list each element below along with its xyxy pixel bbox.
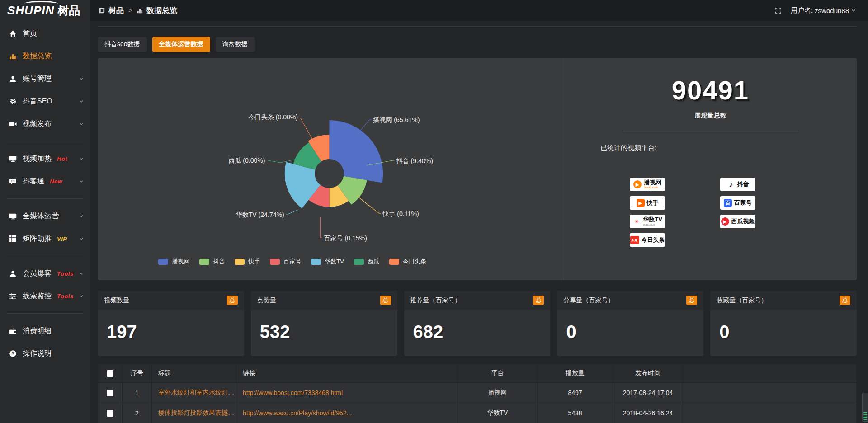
legend-item[interactable]: 西瓜	[354, 258, 379, 266]
row-checkbox[interactable]	[107, 390, 113, 396]
baijiahao-logo: 百	[724, 199, 732, 207]
pie-chart-svg: 播视网 (65.61%)抖音 (9.40%)快手 (0.11%)百家号 (0.1…	[98, 58, 564, 280]
sidebar-item[interactable]	[7, 256, 83, 256]
platform-name: 播视网	[644, 179, 661, 186]
chart-panel: 播视网 (65.61%)抖音 (9.40%)快手 (0.11%)百家号 (0.1…	[98, 58, 857, 280]
pie-slice-播视网[interactable]	[329, 120, 383, 183]
breadcrumb-current[interactable]: 数据总览	[146, 5, 177, 16]
cell-no: 2	[123, 403, 152, 423]
column-platform: 平台	[458, 364, 538, 383]
sidebar-item[interactable]	[7, 141, 83, 141]
total-impressions-label: 展现量总数	[564, 112, 857, 120]
legend-item[interactable]: 华数TV	[311, 258, 344, 266]
pie-label-今日头条: 今日头条 (0.00%)	[248, 113, 298, 121]
top-bar: SHUPIN 树品 树品 > 数据总览 用户名: zswodun88	[0, 0, 868, 21]
sidebar-item[interactable]: 视频发布	[0, 113, 90, 135]
chart-legend: 播视网 抖音 快手 百家号 华数TV	[98, 258, 487, 266]
kuaishou-logo: ▶	[637, 199, 645, 207]
sidebar-item-label: 线索监控	[23, 291, 52, 301]
cell-title[interactable]: 楼体投影灯投影效果震撼上市	[152, 403, 236, 423]
legend-swatch	[235, 259, 245, 265]
sidebar-item[interactable]: 抖客通 New	[0, 170, 90, 193]
legend-label: 西瓜	[368, 258, 379, 266]
sidebar-item[interactable]	[7, 198, 83, 199]
legend-item[interactable]: 百家号	[270, 258, 301, 266]
legend-swatch	[270, 259, 280, 265]
column-time: 发布时间	[613, 364, 683, 383]
sidebar-item[interactable]: 线索监控 Tools	[0, 285, 90, 307]
total-toggle-badge[interactable]: 总	[686, 296, 697, 305]
legend-item[interactable]: 抖音	[199, 258, 225, 266]
legend-item[interactable]: 快手	[235, 258, 260, 266]
column-plays: 播放量	[538, 364, 613, 383]
pie-label-line-西瓜	[268, 159, 297, 163]
video-camera-icon	[9, 120, 17, 128]
sidebar-item[interactable]: 全媒体运营	[0, 205, 90, 227]
boosj-logo: ▶	[633, 180, 642, 188]
select-all-checkbox[interactable]	[107, 370, 113, 377]
sidebar-item[interactable]: 会员爆客 Tools	[0, 262, 90, 285]
chevron-down-icon	[79, 156, 84, 161]
floating-service-widget[interactable]	[862, 393, 868, 422]
cell-link[interactable]: http://www.boosj.com/7338468.html	[236, 383, 458, 403]
stat-card: 推荐量（百家号） 总 682	[404, 291, 551, 356]
stat-card-value: 197	[98, 310, 244, 353]
sidebar-item[interactable]: 首页	[0, 22, 90, 45]
sidebar-item[interactable]: 抖音SEO	[0, 90, 90, 113]
row-checkbox[interactable]	[107, 410, 113, 417]
stat-card-label: 点赞量	[257, 296, 276, 305]
cell-link[interactable]: http://www.wasu.cn/Play/show/id/952...	[236, 403, 458, 423]
tab[interactable]: 全媒体运营数据	[152, 37, 210, 52]
stat-card-label: 分享量（百家号）	[563, 296, 614, 305]
stat-card: 分享量（百家号） 总 0	[557, 291, 703, 356]
platforms-title: 已统计的视频平台:	[600, 144, 857, 152]
user-menu[interactable]: 用户名: zswodun88	[791, 6, 856, 15]
stat-card-label: 收藏量（百家号）	[717, 296, 767, 305]
stat-card-label: 视频数量	[104, 296, 129, 305]
fullscreen-icon[interactable]	[775, 7, 782, 14]
sidebar-item[interactable]: 操作说明	[0, 342, 90, 365]
stat-card: 视频数量 总 197	[98, 291, 244, 356]
tab[interactable]: 抖音seo数据	[98, 37, 147, 52]
wallet-icon	[9, 327, 17, 335]
sidebar-item[interactable]: 账号管理	[0, 67, 90, 90]
total-toggle-badge[interactable]: 总	[533, 296, 544, 305]
app-cube-icon	[99, 7, 105, 14]
cell-plays: 8497	[538, 383, 613, 403]
pie-label-line-百家号	[320, 217, 322, 238]
platform-badge: ▶ 播视网 boosj.com	[630, 178, 665, 191]
legend-item[interactable]: 播视网	[158, 258, 189, 266]
sidebar-item[interactable]: 矩阵助推 VIP	[0, 227, 90, 250]
sidebar-item[interactable]: 消费明细	[0, 320, 90, 342]
platform-name: 抖音	[737, 181, 749, 188]
stat-card-value: 0	[710, 310, 857, 353]
platform-badge: ✳ 华数TV wasu.cn	[630, 215, 665, 228]
total-toggle-badge[interactable]: 总	[227, 296, 238, 305]
sidebar-item-badge: New	[50, 178, 62, 185]
legend-item[interactable]: 今日头条	[389, 258, 426, 266]
breadcrumb-root[interactable]: 树品	[108, 5, 124, 16]
sidebar-item[interactable]: 数据总览	[0, 45, 90, 67]
platform-name: 华数TV	[643, 216, 662, 223]
total-toggle-badge[interactable]: 总	[840, 296, 850, 305]
chevron-down-icon	[79, 271, 84, 276]
pie-label-line-快手	[357, 196, 381, 213]
legend-label: 华数TV	[325, 258, 344, 266]
sidebar-item[interactable]	[7, 313, 83, 314]
cell-title[interactable]: 室外水纹灯和室内水纹灯的区别和简介	[152, 383, 236, 403]
widget-line	[863, 412, 867, 413]
platform-subtext: boosj.com	[644, 186, 661, 189]
bar-chart-icon	[9, 52, 17, 60]
sidebar-item-label: 全媒体运营	[23, 212, 59, 221]
sidebar-item-badge: VIP	[57, 235, 67, 242]
cell-plays: 5438	[538, 403, 613, 423]
total-toggle-badge[interactable]: 总	[380, 296, 391, 305]
stat-card: 收藏量（百家号） 总 0	[710, 291, 857, 356]
chevron-down-icon	[79, 236, 84, 241]
breadcrumb: 树品 > 数据总览	[90, 5, 177, 16]
gear-icon	[9, 98, 17, 105]
sidebar-item[interactable]: 视频加热 Hot	[0, 147, 90, 170]
stat-card-value: 532	[251, 310, 397, 353]
tab[interactable]: 询盘数据	[216, 37, 255, 52]
legend-swatch	[389, 259, 399, 265]
